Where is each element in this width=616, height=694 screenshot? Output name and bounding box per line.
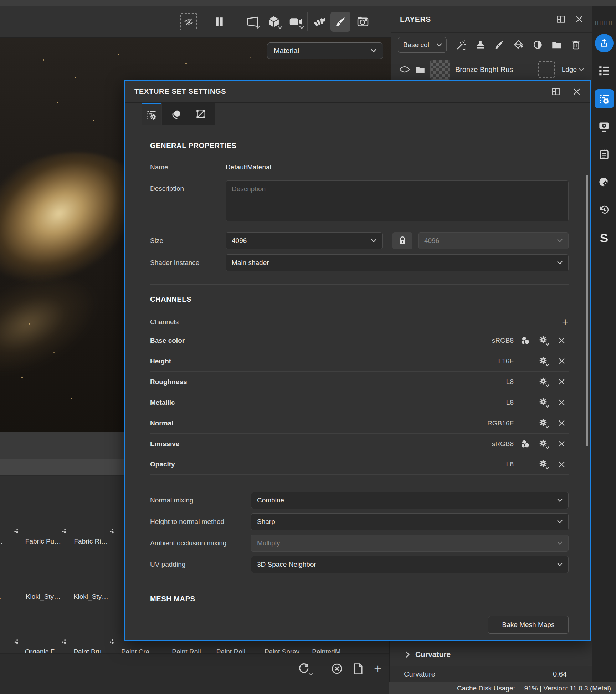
channel-format[interactable]: L8 [482,399,514,407]
curvature-label: Curvature [404,670,553,678]
remove-channel-icon[interactable] [558,419,565,427]
dock-panel-icon[interactable] [551,88,560,96]
channel-row[interactable]: Emissive sRGB8 [150,433,569,454]
shader-instance-dropdown[interactable]: Main shader [226,254,569,271]
color-profile-icon[interactable] [520,439,531,449]
layer-thumbnail[interactable] [430,60,450,80]
new-resource-button[interactable] [353,663,363,675]
paint-layer-button[interactable] [490,36,509,53]
sidebar-item-layers[interactable] [595,61,614,81]
channel-settings-icon[interactable] [539,439,550,449]
tab-material[interactable] [166,103,186,125]
channel-row[interactable]: Height L16F [150,351,569,371]
remove-channel-icon[interactable] [558,440,565,448]
refresh-shelf-button[interactable] [297,663,309,674]
shelf-item[interactable]: Ny… [0,495,19,545]
remove-channel-icon[interactable] [558,357,565,365]
shelf-item[interactable]: Kloki_Sty… [67,551,115,601]
dock-panel-icon[interactable] [557,15,565,23]
close-icon[interactable] [575,15,583,23]
channel-settings-icon[interactable] [539,418,550,429]
dialog-scrollbar[interactable] [586,175,588,446]
channel-format[interactable]: L8 [482,460,514,468]
channel-row[interactable]: Roughness L8 [150,371,569,392]
remove-channel-icon[interactable] [558,461,565,468]
sidebar-item-log[interactable] [595,145,614,164]
channel-format[interactable]: RGB16F [482,419,514,427]
channel-format[interactable]: L16F [482,357,514,365]
channel-settings-icon[interactable] [539,377,550,387]
clone-stamp-button[interactable] [471,36,490,53]
remove-channel-icon[interactable] [558,378,565,386]
remove-channel-icon[interactable] [558,399,565,406]
channel-row[interactable]: Opacity L8 [150,454,569,475]
channel-settings-icon[interactable] [539,356,550,367]
curvature-section-header[interactable]: Curvature [390,646,592,663]
size-height-value: 4096 [424,237,557,245]
sidebar-item-display-settings[interactable] [595,117,614,136]
name-value[interactable]: DefaultMaterial [226,163,271,171]
channel-format[interactable]: L8 [482,378,514,386]
paint-tool-button[interactable] [330,12,350,32]
snapshot-button[interactable] [357,16,369,27]
cancel-bake-button[interactable] [331,663,343,674]
shelf-item[interactable]: Fabric Ri… [67,495,115,545]
shelf-item[interactable]: Organic F… [19,606,67,653]
add-channel-button[interactable]: + [562,316,569,328]
sidebar-grip-handle[interactable]: |||||||| [595,20,613,25]
add-folder-button[interactable] [547,36,566,53]
bake-mesh-maps-button[interactable]: Bake Mesh Maps [488,616,569,634]
size-lock-button[interactable] [392,232,412,249]
channel-filter-dropdown[interactable]: Base col [398,37,447,53]
description-input[interactable]: Description [226,180,569,221]
normal-mixing-dropdown[interactable]: Combine [251,492,569,509]
channel-row[interactable]: Normal RGB16F [150,413,569,433]
layer-mask-placeholder[interactable] [538,61,555,78]
shelf-item[interactable]: Fabric Pu… [19,495,67,545]
channel-settings-icon[interactable] [539,397,550,408]
curvature-value-row[interactable]: Curvature 0.64 [390,666,592,682]
channel-settings-icon[interactable] [539,459,550,470]
height-to-normal-dropdown[interactable]: Sharp [251,513,569,530]
add-mask-button[interactable] [528,36,547,53]
sidebar-item-texture-set-settings[interactable] [595,89,614,108]
remove-channel-icon[interactable] [558,337,565,344]
shelf-item-label: Fabric Ri… [74,537,108,545]
shelf-item[interactable]: ty… [0,551,19,601]
add-resource-button[interactable]: + [374,663,381,675]
fill-layer-button[interactable] [509,36,528,53]
layer-visibility-icon[interactable] [399,66,410,73]
shelf-item[interactable]: c … [0,606,19,653]
add-effect-button[interactable] [452,36,471,53]
tab-texture-set-settings[interactable] [142,103,161,125]
export-button[interactable] [595,34,614,53]
layer-row[interactable]: Bronze Bright Rus Ldge [391,57,592,82]
particles-tool-button[interactable] [314,16,325,27]
corner-mode-dropdown[interactable]: Ldge [562,66,584,73]
channel-row[interactable]: Metallic L8 [150,392,569,413]
channel-format[interactable]: sRGB8 [482,440,514,448]
viewport-3d-view-button[interactable] [268,16,279,28]
channel-settings-icon[interactable] [539,335,550,346]
channel-format[interactable]: sRGB8 [482,337,514,345]
viewport-mode-dropdown[interactable]: Material [267,42,383,59]
channel-row[interactable]: Base color sRGB8 [150,330,569,351]
size-width-dropdown[interactable]: 4096 [226,232,383,249]
hide-selection-button[interactable] [180,13,197,30]
color-profile-icon[interactable] [520,336,531,346]
shelf-item[interactable]: Kloki_Sty… [19,551,67,601]
close-icon[interactable] [573,88,581,96]
uv-padding-dropdown[interactable]: 3D Space Neighbor [251,556,569,573]
sidebar-item-history[interactable] [595,200,614,220]
sidebar-item-shader-settings[interactable] [595,173,614,192]
dialog-titlebar[interactable]: TEXTURE SET SETTINGS [125,81,590,102]
chevron-down-icon [557,239,563,243]
viewport-2d-view-button[interactable] [246,16,259,27]
shelf-item-label: Paint Cra… [121,648,156,653]
tab-uv-mesh[interactable] [191,103,211,125]
delete-layer-button[interactable] [566,36,585,53]
layer-name[interactable]: Bronze Bright Rus [455,66,533,74]
pause-engine-button[interactable] [215,17,224,27]
shelf-item[interactable]: Paint Bru… [67,606,115,653]
camera-view-button[interactable] [289,17,303,26]
